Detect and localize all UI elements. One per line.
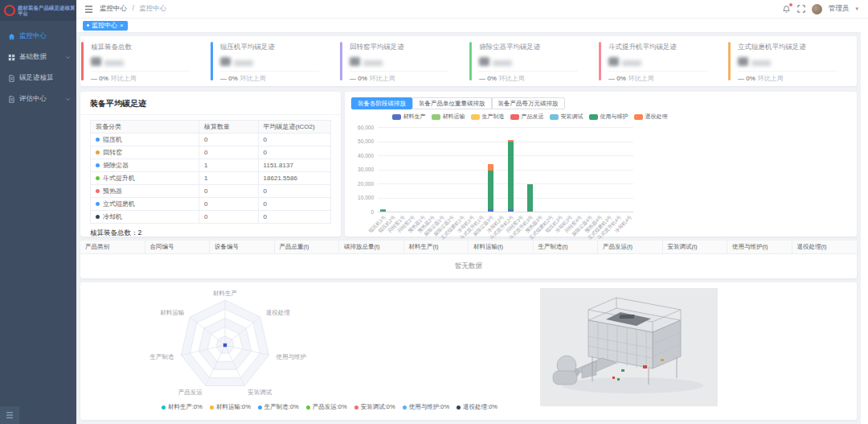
count-cell: 1 [199,159,259,171]
table-row[interactable]: 回转窑00 [91,146,330,159]
column-header: 产品总重(t) [275,241,340,253]
table-row[interactable]: 辊压机00 [91,134,330,146]
table-row[interactable]: 立式辊磨机00 [91,198,330,211]
sidebar-item-监控中心[interactable]: 监控中心 [0,26,76,47]
chart-tab[interactable]: 装备产品每万元碳排放 [492,97,565,109]
avg-footprint-cell: 0 [259,211,330,223]
legend-item[interactable]: 材料生产 [392,113,426,121]
masked-value-blob [234,60,253,66]
column-header: 材料运输(t) [469,241,534,253]
product-table-panel: 产品类别合同编号设备编号产品总重(t)碳排放总量(t)材料生产(t)材料运输(t… [80,241,857,278]
count-cell: 0 [199,146,259,158]
legend-item[interactable]: 退役处理:0% [457,403,497,411]
bar-segment-使用与维护 [488,171,493,208]
legend-label: 退役处理:0% [463,403,497,411]
table-row[interactable]: 冷却机00 [91,211,330,224]
stat-delta: — 0%环比上周 [738,71,837,83]
equipment-name: 预热器 [103,185,122,197]
tag-close-icon[interactable]: × [120,23,124,29]
legend-item[interactable]: 安装调试:0% [354,403,395,411]
category-color-dot [96,138,100,142]
equipment-avg-panel: 装备平均碳足迹 装备分类核算数量平均碳足迹(tCO2)辊压机00回转窑00袋除尘… [80,92,341,237]
stat-delta: — 0%环比上周 [479,71,578,83]
table-row[interactable]: 斗式提升机118621.5586 [91,172,330,185]
legend-label: 退役处理 [645,113,668,121]
table-row[interactable]: 预热器00 [91,185,330,198]
legend-item[interactable]: 安装调试 [550,113,583,121]
bar-chart-legend: 材料生产材料运输生产制造产品发运安装调试使用与维护退役处理 [369,113,690,121]
legend-item[interactable]: 生产制造 [471,113,505,121]
table-row[interactable]: 袋除尘器11151.8137 [91,159,330,172]
legend-item[interactable]: 使用与维护 [589,113,628,121]
delta-label: 环比上周 [370,75,395,82]
category-color-dot [96,163,100,167]
equipment-table: 装备分类核算数量平均碳足迹(tCO2)辊压机00回转窑00袋除尘器11151.8… [90,120,331,224]
legend-dot [162,405,166,410]
column-header: 安装调试(t) [663,241,728,253]
sidebar-item-评估中心[interactable]: 评估中心 [0,89,76,109]
equipment-name: 立式辊磨机 [103,198,135,210]
legend-item[interactable]: 材料运输 [432,113,465,121]
scrollbar-track[interactable] [861,32,868,424]
legend-swatch [589,114,598,120]
stat-delta: — 0%环比上周 [608,71,707,83]
stat-value-masked [738,56,850,66]
stat-value-masked [350,56,462,66]
stat-title: 袋除尘器平均碳足迹 [479,43,592,52]
radar-axis-label: 生产制造 [149,353,175,360]
breadcrumb-item[interactable]: 监控中心 [100,4,127,12]
radar-axis-label: 材料运输 [160,309,185,316]
equipment-name-cell: 回转窑 [91,146,199,158]
bar-segment-使用与维护 [508,142,514,209]
bar-segment-材料生产 [508,209,514,212]
masked-value-blob [738,57,748,66]
legend-item[interactable]: 退役处理 [634,113,668,121]
fullscreen-button[interactable] [797,2,805,16]
grid-icon [8,54,15,61]
user-name[interactable]: 管理员 [829,4,850,14]
legend-item[interactable]: 使用与维护:0% [403,403,449,411]
legend-item[interactable]: 产品发运 [510,113,544,121]
product-table-header: 产品类别合同编号设备编号产品总重(t)碳排放总量(t)材料生产(t)材料运输(t… [80,241,857,254]
category-color-dot [96,150,100,154]
chart-tab[interactable]: 装备各阶段碳排放 [351,97,412,109]
hamburger-icon[interactable] [84,6,93,13]
y-axis-tick-label: 40,000 [345,153,374,158]
sidebar-item-基础数据[interactable]: 基础数据 [0,47,76,68]
category-color-dot [96,176,100,180]
bar-segment-使用与维护 [527,184,533,212]
y-axis-tick-label: 60,000 [345,125,374,130]
legend-label: 使用与维护:0% [409,403,449,411]
stat-card: 斗式提升机平均碳足迹— 0%环比上周 [598,36,727,86]
y-axis-tick-label: 20,000 [345,181,374,187]
category-color-dot [96,202,100,206]
tag-monitor-center[interactable]: 监控中心 × [83,21,128,31]
y-axis-tick-label: 0 [345,209,374,215]
legend-item[interactable]: 材料生产:0% [162,403,203,411]
delta-value: — 0% [608,75,626,82]
breadcrumb-separator: / [132,4,133,12]
chart-tab[interactable]: 装备产品单位重量碳排放 [412,97,492,109]
legend-dot [354,405,358,410]
legend-item[interactable]: 产品发运:0% [306,403,347,411]
user-menu-caret-icon[interactable]: ▾ [855,6,858,12]
stat-card: 回转窑平均碳足迹— 0%环比上周 [339,36,469,86]
legend-dot [258,405,262,410]
sidebar-item-碳足迹核算[interactable]: 碳足迹核算 [0,68,76,89]
legend-item[interactable]: 材料运输:0% [210,403,251,411]
stat-accent-bar [340,42,342,80]
radar-axis-label: 退役处理 [266,309,291,316]
stat-accent-bar [599,42,601,80]
legend-item[interactable]: 生产制造:0% [258,403,299,411]
equipment-name: 斗式提升机 [103,172,135,184]
masked-value-blob [479,57,489,66]
radar-axis-label: 产品发运 [178,389,203,396]
notification-button[interactable] [782,5,791,14]
column-header: 设备编号 [210,241,275,253]
fullscreen-icon [797,5,805,13]
avatar[interactable] [812,4,822,14]
legend-label: 生产制造 [482,113,505,121]
sidebar-collapse-button[interactable] [0,406,19,424]
stat-accent-bar [81,42,84,80]
legend-swatch [634,114,643,120]
